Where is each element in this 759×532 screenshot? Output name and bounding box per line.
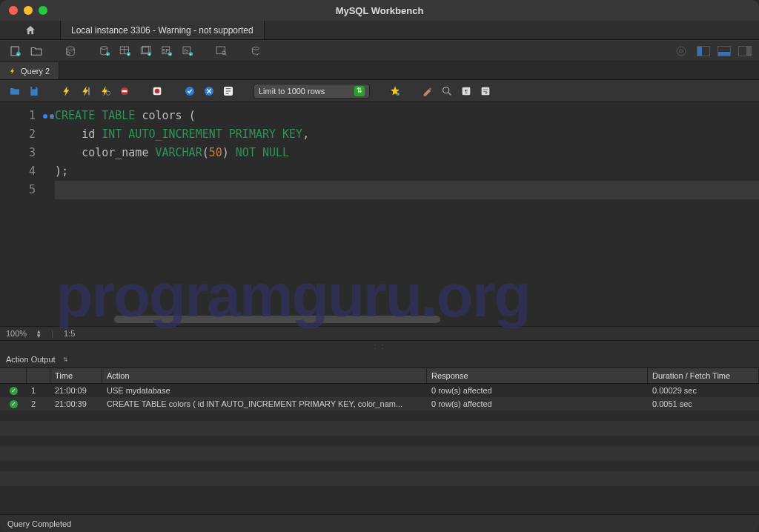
execute-current-icon[interactable] — [79, 84, 93, 99]
row-limit-label: Limit to 1000 rows — [259, 87, 325, 96]
connection-tab[interactable]: Local instance 3306 - Warning - not supp… — [61, 21, 265, 39]
zoom-stepper[interactable]: ▴▾ — [37, 329, 41, 338]
create-schema-icon[interactable]: + — [96, 43, 113, 59]
create-table-icon[interactable]: + — [117, 43, 133, 59]
svg-line-27 — [225, 53, 227, 55]
svg-text:+: + — [17, 52, 19, 56]
output-dropdown[interactable]: Action Output — [6, 355, 56, 364]
inspector-icon[interactable] — [62, 43, 79, 59]
fold-gutter: − — [42, 102, 55, 326]
svg-point-5 — [101, 46, 107, 49]
svg-text:+: + — [107, 52, 109, 56]
row-limit-select[interactable]: Limit to 1000 rows — [253, 84, 370, 99]
svg-text:+: + — [169, 52, 171, 56]
find-icon[interactable] — [440, 84, 454, 99]
query-toolbar: Limit to 1000 rows ¶ — [0, 80, 759, 102]
stepper-icon — [354, 86, 365, 96]
connection-tabbar: Local instance 3306 - Warning - not supp… — [0, 21, 759, 40]
settings-gear-icon[interactable] — [673, 43, 689, 59]
beautify-icon[interactable] — [420, 84, 435, 99]
chevron-updown-icon: ⇅ — [63, 356, 68, 363]
table-row[interactable]: 2 21:00:39 CREATE TABLE colors ( id INT … — [0, 397, 759, 410]
horizontal-scrollbar[interactable] — [114, 316, 750, 323]
svg-point-42 — [397, 93, 400, 96]
stop-icon[interactable] — [117, 84, 132, 99]
svg-point-4 — [67, 51, 70, 55]
titlebar: MySQL Workbench — [0, 0, 759, 21]
status-text: Query Completed — [7, 519, 71, 528]
toggle-left-panel[interactable] — [697, 46, 710, 56]
svg-text:+: + — [127, 52, 130, 56]
svg-point-30 — [677, 47, 686, 56]
code-area[interactable]: CREATE TABLE colors ( id INT AUTO_INCREM… — [55, 102, 759, 326]
output-header: Action Output ⇅ — [0, 351, 759, 368]
table-row — [0, 421, 759, 436]
autocommit-icon[interactable] — [221, 84, 236, 99]
col-duration: Duration / Fetch Time — [648, 368, 759, 383]
open-sql-file-icon[interactable] — [28, 43, 44, 59]
create-view-icon[interactable]: + — [138, 43, 154, 59]
output-grid-header: Time Action Response Duration / Fetch Ti… — [0, 368, 759, 384]
svg-rect-47 — [482, 87, 490, 95]
svg-point-43 — [443, 87, 449, 93]
svg-point-39 — [185, 87, 194, 96]
statusbar: Query Completed — [0, 514, 759, 532]
col-response: Response — [427, 368, 648, 383]
svg-text:¶: ¶ — [465, 87, 468, 94]
save-file-icon[interactable] — [27, 84, 42, 99]
svg-rect-36 — [122, 90, 127, 92]
table-row — [0, 471, 759, 486]
svg-rect-32 — [32, 87, 36, 89]
new-sql-tab-icon[interactable]: + — [7, 43, 24, 59]
svg-point-3 — [67, 47, 75, 50]
cursor-position: 1:5 — [64, 329, 75, 338]
open-file-icon[interactable] — [7, 84, 22, 99]
sql-editor[interactable]: 1 2 3 4 5 − CREATE TABLE colors ( id INT… — [0, 102, 759, 326]
rollback-icon[interactable] — [202, 84, 216, 99]
toggle-right-panel[interactable] — [738, 46, 752, 56]
query-tab[interactable]: Query 2 — [0, 62, 59, 79]
table-row — [0, 446, 759, 461]
pane-splitter[interactable]: : : — [0, 341, 759, 351]
output-grid: 1 21:00:09 USE mydatabase 0 row(s) affec… — [0, 384, 759, 486]
svg-point-38 — [155, 88, 160, 93]
commit-icon[interactable] — [182, 84, 197, 99]
explain-icon[interactable] — [98, 84, 113, 99]
svg-rect-25 — [216, 47, 225, 54]
svg-point-31 — [680, 49, 683, 53]
col-action: Action — [102, 368, 427, 383]
svg-text:SP: SP — [162, 47, 170, 53]
reconnect-icon[interactable] — [248, 43, 264, 59]
line-gutter: 1 2 3 4 5 — [0, 102, 42, 326]
query-tab-label: Query 2 — [21, 67, 50, 76]
add-snippet-icon[interactable] — [388, 84, 402, 99]
success-icon — [10, 387, 18, 395]
query-tabstrip: Query 2 — [0, 62, 759, 80]
create-function-icon[interactable]: fx+ — [179, 43, 196, 59]
main-toolbar: + + + + SP+ fx+ — [0, 40, 759, 62]
svg-line-44 — [448, 93, 451, 95]
svg-point-34 — [106, 91, 110, 95]
home-tab[interactable] — [0, 21, 61, 39]
success-icon — [10, 400, 18, 408]
svg-text:+: + — [148, 52, 150, 56]
stop-on-error-icon[interactable] — [150, 84, 165, 99]
table-row[interactable]: 1 21:00:09 USE mydatabase 0 row(s) affec… — [0, 384, 759, 397]
zoom-level: 100% — [6, 329, 27, 338]
word-wrap-icon[interactable] — [478, 84, 493, 99]
invisible-chars-icon[interactable]: ¶ — [459, 84, 474, 99]
col-time: Time — [50, 368, 102, 383]
lightning-icon — [9, 67, 16, 75]
create-procedure-icon[interactable]: SP+ — [159, 43, 175, 59]
editor-statusbar: 100% ▴▾ | 1:5 — [0, 326, 759, 341]
execute-icon[interactable] — [59, 84, 74, 99]
svg-text:+: + — [190, 52, 192, 56]
svg-marker-29 — [257, 53, 259, 56]
home-icon — [24, 24, 36, 36]
svg-text:fx: fx — [185, 47, 189, 53]
svg-point-28 — [253, 47, 259, 50]
toggle-bottom-panel[interactable] — [717, 46, 731, 56]
search-table-icon[interactable] — [213, 43, 230, 59]
window-title: MySQL Workbench — [0, 5, 759, 16]
